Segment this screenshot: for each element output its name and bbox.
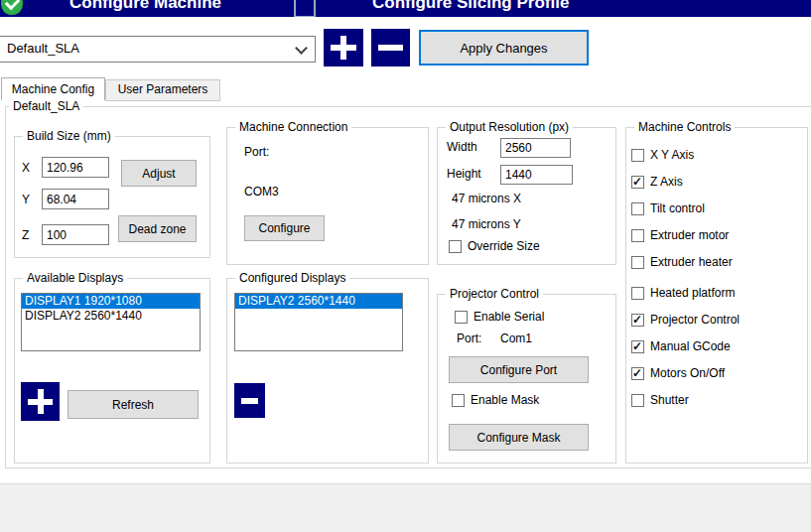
profile-select[interactable]: Default_SLA — [0, 36, 316, 63]
checkbox-icon — [631, 176, 644, 189]
available-displays-list[interactable]: DISPLAY1 1920*1080 DISPLAY2 2560*1440 — [21, 293, 201, 351]
list-item[interactable]: DISPLAY1 1920*1080 — [22, 294, 200, 309]
x-label: X — [22, 161, 30, 175]
top-header-bar: Configure Machine Configure Slicing Prof… — [0, 0, 811, 17]
checkbox-label: Enable Serial — [473, 310, 544, 324]
checkbox-extruder-motor[interactable]: Extruder motor — [631, 228, 729, 242]
configured-displays-title: Configured Displays — [235, 271, 349, 285]
checkbox-projector-control[interactable]: Projector Control — [631, 313, 740, 327]
remove-profile-button[interactable] — [371, 29, 410, 66]
checkbox-override-size[interactable]: Override Size — [449, 239, 540, 253]
checkbox-enable-mask[interactable]: Enable Mask — [452, 393, 539, 407]
microns-x-label: 47 microns X — [452, 192, 521, 205]
checkbox-icon — [452, 394, 465, 407]
dead-zone-button[interactable]: Dead zone — [118, 215, 197, 242]
chevron-down-icon — [295, 42, 308, 55]
checkbox-motors-onoff[interactable]: Motors On/Off — [631, 366, 725, 380]
minus-icon — [378, 45, 403, 51]
refresh-displays-button[interactable]: Refresh — [68, 390, 199, 419]
checkbox-enable-serial[interactable]: Enable Serial — [455, 310, 544, 324]
height-field[interactable] — [500, 165, 573, 185]
checkbox-shutter[interactable]: Shutter — [631, 393, 689, 407]
checkbox-icon — [631, 149, 644, 162]
checkbox-icon — [631, 340, 644, 353]
checkbox-icon — [631, 287, 644, 300]
checkbox-label: Shutter — [650, 393, 689, 407]
checkbox-icon — [631, 314, 644, 327]
checkbox-label: Projector Control — [650, 313, 740, 327]
add-display-button[interactable] — [21, 382, 60, 421]
header-configure-machine[interactable]: Configure Machine — [69, 0, 221, 13]
width-field[interactable] — [500, 138, 571, 158]
checkbox-label: Manual GCode — [650, 339, 731, 353]
z-label: Z — [22, 228, 29, 242]
port-label: Port: — [244, 145, 269, 159]
projector-control-title: Projector Control — [446, 287, 543, 301]
add-profile-button[interactable] — [324, 29, 363, 66]
tab-machine-config[interactable]: Machine Config — [1, 77, 105, 100]
profile-select-value: Default_SLA — [7, 41, 79, 56]
port-value: COM3 — [244, 185, 279, 199]
height-label: Height — [447, 167, 481, 181]
checkbox-label: Override Size — [468, 239, 540, 253]
checkbox-label: X Y Axis — [650, 148, 694, 162]
slicing-profile-icon — [294, 0, 316, 17]
machine-connection-title: Machine Connection — [235, 120, 351, 134]
width-label: Width — [447, 140, 477, 154]
checkbox-icon — [631, 367, 644, 380]
checkbox-label: Enable Mask — [471, 393, 539, 407]
build-size-title: Build Size (mm) — [23, 129, 115, 143]
remove-display-button[interactable] — [234, 383, 265, 418]
checkbox-xy-axis[interactable]: X Y Axis — [631, 148, 694, 162]
checkbox-label: Heated platform — [650, 286, 735, 300]
adjust-button[interactable]: Adjust — [121, 160, 197, 187]
projector-port-value: Com1 — [500, 332, 532, 345]
app-window: Configure Machine Configure Slicing Prof… — [0, 0, 811, 532]
machine-groupbox-title: Default_SLA — [9, 99, 83, 113]
apply-changes-button[interactable]: Apply Changes — [419, 30, 589, 66]
checkbox-label: Extruder heater — [650, 255, 733, 269]
checkbox-icon — [631, 229, 644, 242]
x-size-field[interactable] — [42, 157, 109, 178]
checkbox-tilt-control[interactable]: Tilt control — [631, 201, 705, 215]
bottom-spacer — [0, 484, 811, 532]
header-configure-slicing-profile[interactable]: Configure Slicing Profile — [372, 0, 569, 13]
list-item[interactable]: DISPLAY2 2560*1440 — [235, 294, 402, 309]
machine-controls-title: Machine Controls — [634, 120, 735, 134]
minus-icon — [241, 398, 258, 404]
checkbox-label: Z Axis — [650, 175, 683, 189]
configure-mask-button[interactable]: Configure Mask — [449, 424, 589, 451]
checkbox-icon — [449, 240, 462, 253]
y-label: Y — [22, 193, 30, 206]
checkbox-label: Extruder motor — [650, 228, 729, 242]
checkbox-heated-platform[interactable]: Heated platform — [631, 286, 735, 300]
checkbox-icon — [631, 256, 644, 269]
app-logo-icon — [1, 0, 23, 15]
checkbox-label: Motors On/Off — [650, 366, 725, 380]
tab-user-parameters[interactable]: User Parameters — [105, 79, 220, 101]
checkbox-icon — [455, 311, 468, 324]
projector-port-label: Port: — [457, 332, 481, 345]
available-displays-title: Available Displays — [23, 271, 127, 285]
checkbox-icon — [631, 394, 644, 407]
checkbox-extruder-heater[interactable]: Extruder heater — [631, 255, 733, 269]
checkbox-z-axis[interactable]: Z Axis — [631, 175, 683, 189]
configure-port-button[interactable]: Configure Port — [449, 356, 589, 383]
microns-y-label: 47 microns Y — [452, 217, 521, 231]
checkbox-label: Tilt control — [650, 201, 705, 215]
checkbox-icon — [631, 202, 644, 215]
z-size-field[interactable] — [42, 224, 109, 245]
y-size-field[interactable] — [42, 189, 109, 209]
configured-displays-list[interactable]: DISPLAY2 2560*1440 — [234, 293, 403, 351]
configure-connection-button[interactable]: Configure — [244, 215, 325, 241]
list-item[interactable]: DISPLAY2 2560*1440 — [22, 309, 200, 324]
checkbox-manual-gcode[interactable]: Manual GCode — [631, 339, 731, 353]
output-resolution-title: Output Resolution (px) — [446, 120, 573, 134]
